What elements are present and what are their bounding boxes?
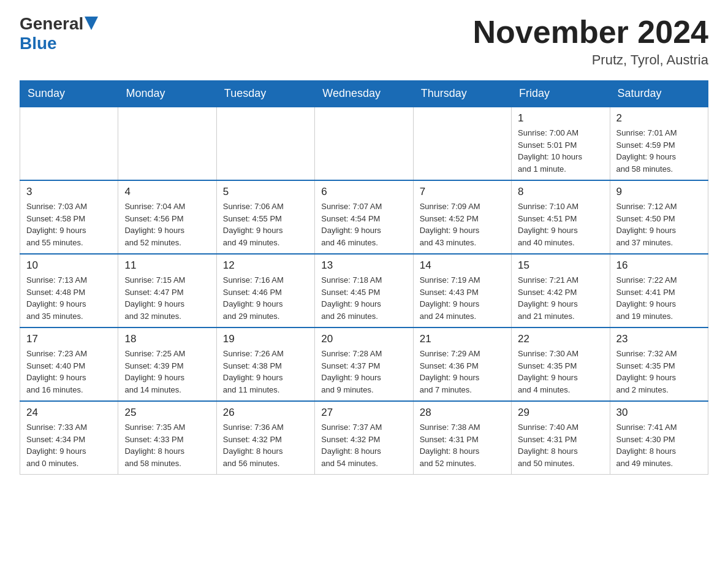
- day-number: 24: [26, 407, 112, 419]
- day-info: Sunrise: 7:18 AM Sunset: 4:45 PM Dayligh…: [321, 275, 382, 321]
- calendar-cell: 14Sunrise: 7:19 AM Sunset: 4:43 PM Dayli…: [413, 254, 511, 327]
- calendar-cell: 10Sunrise: 7:13 AM Sunset: 4:48 PM Dayli…: [20, 254, 118, 327]
- calendar-cell: 16Sunrise: 7:22 AM Sunset: 4:41 PM Dayli…: [610, 254, 708, 327]
- day-number: 21: [420, 333, 505, 345]
- calendar-cell: 24Sunrise: 7:33 AM Sunset: 4:34 PM Dayli…: [20, 401, 118, 475]
- logo: General Blue: [20, 15, 98, 53]
- calendar-cell: [20, 107, 118, 180]
- calendar-cell: 3Sunrise: 7:03 AM Sunset: 4:58 PM Daylig…: [20, 180, 118, 254]
- day-info: Sunrise: 7:41 AM Sunset: 4:30 PM Dayligh…: [616, 423, 677, 468]
- title-block: November 2024 Prutz, Tyrol, Austria: [473, 15, 708, 68]
- day-number: 25: [124, 407, 210, 419]
- day-number: 11: [124, 259, 210, 272]
- day-info: Sunrise: 7:16 AM Sunset: 4:46 PM Dayligh…: [223, 275, 284, 321]
- calendar-cell: 25Sunrise: 7:35 AM Sunset: 4:33 PM Dayli…: [118, 401, 216, 475]
- day-info: Sunrise: 7:29 AM Sunset: 4:36 PM Dayligh…: [420, 349, 480, 394]
- calendar-cell: 28Sunrise: 7:38 AM Sunset: 4:31 PM Dayli…: [413, 401, 511, 475]
- day-info: Sunrise: 7:06 AM Sunset: 4:55 PM Dayligh…: [223, 202, 284, 247]
- calendar-cell: 23Sunrise: 7:32 AM Sunset: 4:35 PM Dayli…: [610, 327, 708, 401]
- weekday-header-thursday: Thursday: [413, 81, 511, 107]
- day-number: 19: [223, 333, 308, 345]
- day-number: 3: [26, 186, 112, 198]
- day-number: 23: [616, 333, 702, 345]
- calendar-cell: [216, 107, 314, 180]
- day-info: Sunrise: 7:15 AM Sunset: 4:47 PM Dayligh…: [124, 275, 185, 321]
- calendar-cell: 11Sunrise: 7:15 AM Sunset: 4:47 PM Dayli…: [118, 254, 216, 327]
- calendar-cell: 7Sunrise: 7:09 AM Sunset: 4:52 PM Daylig…: [413, 180, 511, 254]
- day-info: Sunrise: 7:30 AM Sunset: 4:35 PM Dayligh…: [518, 349, 578, 394]
- day-number: 30: [616, 407, 702, 419]
- calendar-cell: 20Sunrise: 7:28 AM Sunset: 4:37 PM Dayli…: [315, 327, 413, 401]
- calendar-table: SundayMondayTuesdayWednesdayThursdayFrid…: [20, 80, 708, 475]
- calendar-week-5: 24Sunrise: 7:33 AM Sunset: 4:34 PM Dayli…: [20, 401, 708, 475]
- calendar-cell: 1Sunrise: 7:00 AM Sunset: 5:01 PM Daylig…: [512, 107, 610, 180]
- day-info: Sunrise: 7:09 AM Sunset: 4:52 PM Dayligh…: [420, 202, 480, 247]
- day-number: 27: [321, 407, 406, 419]
- day-info: Sunrise: 7:03 AM Sunset: 4:58 PM Dayligh…: [26, 202, 87, 247]
- location: Prutz, Tyrol, Austria: [473, 52, 708, 68]
- calendar-cell: 21Sunrise: 7:29 AM Sunset: 4:36 PM Dayli…: [413, 327, 511, 401]
- calendar-week-3: 10Sunrise: 7:13 AM Sunset: 4:48 PM Dayli…: [20, 254, 708, 327]
- day-info: Sunrise: 7:36 AM Sunset: 4:32 PM Dayligh…: [223, 423, 284, 468]
- calendar-cell: 27Sunrise: 7:37 AM Sunset: 4:32 PM Dayli…: [315, 401, 413, 475]
- calendar-cell: 12Sunrise: 7:16 AM Sunset: 4:46 PM Dayli…: [216, 254, 314, 327]
- calendar-cell: 5Sunrise: 7:06 AM Sunset: 4:55 PM Daylig…: [216, 180, 314, 254]
- day-number: 15: [518, 259, 603, 272]
- day-number: 14: [420, 259, 505, 272]
- calendar-cell: [118, 107, 216, 180]
- day-number: 10: [26, 259, 112, 272]
- day-number: 26: [223, 407, 308, 419]
- calendar-cell: 26Sunrise: 7:36 AM Sunset: 4:32 PM Dayli…: [216, 401, 314, 475]
- calendar-cell: 6Sunrise: 7:07 AM Sunset: 4:54 PM Daylig…: [315, 180, 413, 254]
- weekday-header-tuesday: Tuesday: [216, 81, 314, 107]
- day-number: 2: [616, 112, 702, 124]
- day-number: 8: [518, 186, 603, 198]
- page-header: General Blue November 2024 Prutz, Tyrol,…: [20, 15, 708, 68]
- calendar-cell: 13Sunrise: 7:18 AM Sunset: 4:45 PM Dayli…: [315, 254, 413, 327]
- calendar-cell: 8Sunrise: 7:10 AM Sunset: 4:51 PM Daylig…: [512, 180, 610, 254]
- calendar-cell: 18Sunrise: 7:25 AM Sunset: 4:39 PM Dayli…: [118, 327, 216, 401]
- day-info: Sunrise: 7:40 AM Sunset: 4:31 PM Dayligh…: [518, 423, 578, 468]
- day-info: Sunrise: 7:37 AM Sunset: 4:32 PM Dayligh…: [321, 423, 382, 468]
- weekday-header-saturday: Saturday: [610, 81, 708, 107]
- day-number: 9: [616, 186, 702, 198]
- calendar-cell: [315, 107, 413, 180]
- calendar-cell: 22Sunrise: 7:30 AM Sunset: 4:35 PM Dayli…: [512, 327, 610, 401]
- calendar-cell: 17Sunrise: 7:23 AM Sunset: 4:40 PM Dayli…: [20, 327, 118, 401]
- day-info: Sunrise: 7:01 AM Sunset: 4:59 PM Dayligh…: [616, 128, 677, 174]
- calendar-week-2: 3Sunrise: 7:03 AM Sunset: 4:58 PM Daylig…: [20, 180, 708, 254]
- day-info: Sunrise: 7:25 AM Sunset: 4:39 PM Dayligh…: [124, 349, 185, 394]
- day-number: 28: [420, 407, 505, 419]
- day-number: 20: [321, 333, 406, 345]
- day-number: 17: [26, 333, 112, 345]
- month-title: November 2024: [473, 15, 708, 50]
- calendar-cell: 4Sunrise: 7:04 AM Sunset: 4:56 PM Daylig…: [118, 180, 216, 254]
- weekday-header-row: SundayMondayTuesdayWednesdayThursdayFrid…: [20, 81, 708, 107]
- day-number: 7: [420, 186, 505, 198]
- day-info: Sunrise: 7:32 AM Sunset: 4:35 PM Dayligh…: [616, 349, 677, 394]
- weekday-header-sunday: Sunday: [20, 81, 118, 107]
- day-info: Sunrise: 7:38 AM Sunset: 4:31 PM Dayligh…: [420, 423, 480, 468]
- day-number: 5: [223, 186, 308, 198]
- calendar-week-4: 17Sunrise: 7:23 AM Sunset: 4:40 PM Dayli…: [20, 327, 708, 401]
- calendar-cell: 15Sunrise: 7:21 AM Sunset: 4:42 PM Dayli…: [512, 254, 610, 327]
- svg-marker-0: [85, 17, 98, 30]
- day-info: Sunrise: 7:04 AM Sunset: 4:56 PM Dayligh…: [124, 202, 185, 247]
- day-info: Sunrise: 7:21 AM Sunset: 4:42 PM Dayligh…: [518, 275, 578, 321]
- day-number: 13: [321, 259, 406, 272]
- weekday-header-wednesday: Wednesday: [315, 81, 413, 107]
- calendar-cell: 9Sunrise: 7:12 AM Sunset: 4:50 PM Daylig…: [610, 180, 708, 254]
- logo-blue: Blue: [20, 34, 57, 53]
- day-info: Sunrise: 7:10 AM Sunset: 4:51 PM Dayligh…: [518, 202, 578, 247]
- calendar-cell: 29Sunrise: 7:40 AM Sunset: 4:31 PM Dayli…: [512, 401, 610, 475]
- calendar-cell: 19Sunrise: 7:26 AM Sunset: 4:38 PM Dayli…: [216, 327, 314, 401]
- day-number: 16: [616, 259, 702, 272]
- day-number: 22: [518, 333, 603, 345]
- day-number: 18: [124, 333, 210, 345]
- day-number: 12: [223, 259, 308, 272]
- day-info: Sunrise: 7:28 AM Sunset: 4:37 PM Dayligh…: [321, 349, 382, 394]
- day-number: 29: [518, 407, 603, 419]
- day-number: 1: [518, 112, 603, 124]
- logo-triangle-icon: [85, 17, 98, 30]
- day-number: 6: [321, 186, 406, 198]
